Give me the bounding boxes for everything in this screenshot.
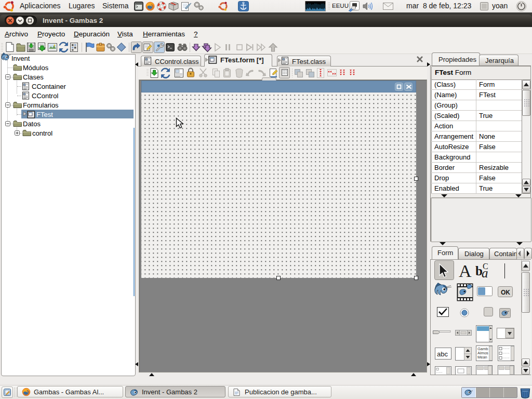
svg-text:A: A: [459, 261, 472, 281]
svg-text:a: a: [482, 266, 488, 280]
svg-text:OK: OK: [501, 289, 510, 296]
svg-text:Mean: Mean: [477, 355, 487, 360]
svg-text:abc: abc: [437, 350, 448, 358]
